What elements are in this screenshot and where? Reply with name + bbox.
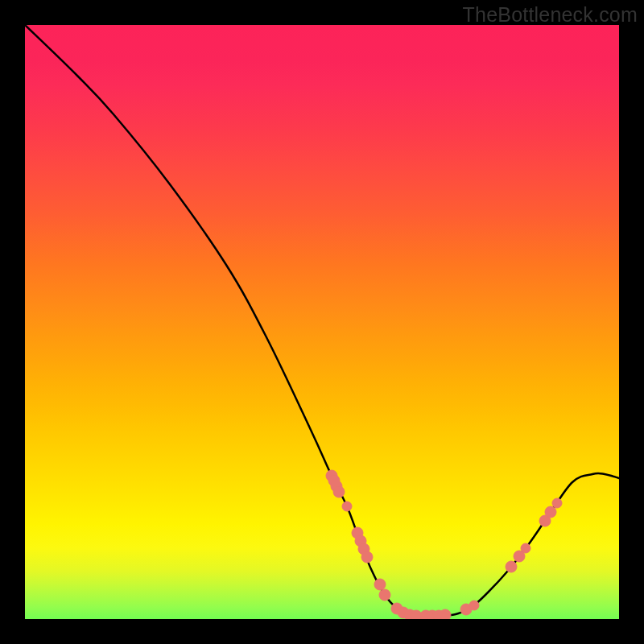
bottleneck-curve	[25, 25, 619, 617]
chart-stage: TheBottleneck.com	[0, 0, 644, 644]
curve-marker	[342, 502, 352, 511]
curve-marker	[469, 601, 479, 610]
curve-layer	[25, 25, 619, 619]
watermark-text: TheBottleneck.com	[463, 3, 638, 27]
curve-marker	[440, 609, 451, 619]
plot-area	[25, 25, 619, 619]
curve-marker	[374, 579, 386, 590]
curve-marker	[521, 543, 530, 553]
curve-marker	[552, 498, 562, 508]
curve-marker	[361, 551, 373, 563]
curve-markers	[326, 470, 562, 619]
curve-marker	[506, 561, 517, 572]
curve-marker	[545, 506, 556, 518]
curve-marker	[379, 589, 390, 601]
curve-marker	[333, 486, 345, 497]
